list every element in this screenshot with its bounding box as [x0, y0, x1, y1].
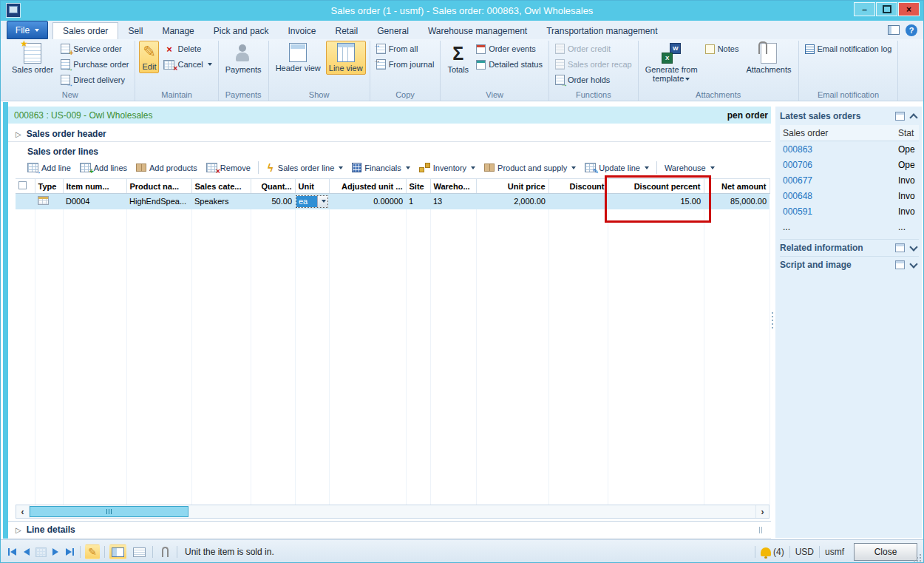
email-notification-log-button[interactable]: Email notification log: [803, 41, 894, 56]
chevron-up-icon[interactable]: [909, 113, 917, 121]
add-lines-button[interactable]: +Add lines: [75, 161, 132, 174]
row-sales-category[interactable]: Speakers: [191, 194, 251, 209]
sales-order-link[interactable]: 000677: [783, 175, 812, 186]
row-net-amount[interactable]: 85,000.00: [704, 194, 770, 209]
tab-sales-order[interactable]: Sales order: [52, 22, 118, 39]
warehouse-menu[interactable]: Warehouse: [660, 162, 719, 174]
col-net-amount[interactable]: Net amount: [704, 179, 770, 194]
row-discount[interactable]: [548, 194, 608, 209]
product-and-supply-menu[interactable]: Product and supply: [480, 162, 580, 174]
row-site[interactable]: 1: [406, 194, 430, 209]
col-discount[interactable]: Discount: [548, 179, 608, 194]
chevron-down-icon[interactable]: [909, 243, 917, 251]
attachments-button[interactable]: Attachments: [743, 41, 794, 76]
table-row[interactable]: D0004 HighEndSpea... Speakers 50.00 ea 0…: [16, 194, 770, 209]
last-record-button[interactable]: [64, 547, 75, 557]
unit-dropdown-button[interactable]: [317, 196, 327, 207]
select-all-cell[interactable]: [16, 179, 35, 194]
notes-button[interactable]: Notes: [703, 41, 741, 56]
line-view-button[interactable]: Line view: [326, 41, 366, 75]
delete-button[interactable]: ×Delete: [161, 41, 214, 56]
edit-button[interactable]: ✎ Edit: [139, 41, 159, 73]
maximize-button[interactable]: [876, 2, 897, 16]
grid-view-button[interactable]: [131, 545, 148, 559]
open-panel-window-icon[interactable]: [895, 260, 905, 269]
order-events-button[interactable]: Order events: [474, 41, 545, 56]
previous-record-button[interactable]: [22, 547, 31, 557]
sales-order-line-menu[interactable]: ϟSales order line: [262, 161, 347, 175]
col-unit[interactable]: Unit: [295, 179, 329, 194]
section-line-details[interactable]: ▷ Line details: [8, 521, 771, 539]
unit-combobox[interactable]: ea: [296, 195, 328, 208]
row-discount-percent[interactable]: 15.00: [608, 194, 704, 209]
purchase-order-button[interactable]: →Purchase order: [58, 57, 131, 72]
company-indicator[interactable]: usmf: [825, 547, 844, 557]
inventory-menu[interactable]: Inventory: [415, 161, 480, 174]
row-product-name[interactable]: HighEndSpea...: [126, 194, 191, 209]
close-button[interactable]: Close: [854, 543, 917, 561]
minimize-button[interactable]: –: [854, 2, 875, 16]
latest-sales-orders-header[interactable]: Latest sales orders: [780, 108, 919, 124]
first-record-button[interactable]: [7, 547, 18, 557]
col-discount-percent[interactable]: Discount percent: [608, 179, 704, 194]
next-record-button[interactable]: [51, 547, 60, 557]
scroll-left-button[interactable]: ‹: [16, 505, 30, 518]
edit-mode-button[interactable]: ✎: [85, 545, 100, 559]
tab-general[interactable]: General: [367, 22, 418, 39]
sales-order-link[interactable]: 000591: [783, 206, 812, 217]
sales-order-button[interactable]: ★ Sales order: [9, 41, 56, 76]
select-all-checkbox[interactable]: [18, 181, 27, 189]
resize-grip[interactable]: [912, 553, 921, 562]
tab-manage[interactable]: Manage: [152, 22, 203, 39]
form-view-button[interactable]: [109, 545, 126, 559]
detailed-status-button[interactable]: Detailed status: [474, 57, 545, 72]
tab-warehouse-management[interactable]: Warehouse management: [418, 22, 537, 39]
generate-from-template-button[interactable]: W X Generate fromtemplate: [642, 41, 701, 85]
row-unit-cell[interactable]: ea: [295, 194, 329, 209]
from-journal-button[interactable]: →From journal: [374, 57, 437, 72]
col-unit-price[interactable]: Unit price: [476, 179, 548, 194]
header-view-button[interactable]: Header view: [273, 41, 324, 75]
row-warehouse[interactable]: 13: [430, 194, 476, 209]
panel-splitter-handle[interactable]: [772, 312, 773, 328]
row-adjusted-unit[interactable]: 0.00000: [329, 194, 406, 209]
col-warehouse[interactable]: Wareho...: [430, 179, 476, 194]
col-adjusted-unit[interactable]: Adjusted unit ...: [329, 179, 406, 194]
expander-icon[interactable]: ▷: [16, 526, 21, 534]
col-sales-category[interactable]: Sales cate...: [191, 179, 251, 194]
add-line-button[interactable]: →Add line: [23, 161, 75, 174]
file-menu-button[interactable]: File: [7, 21, 48, 39]
script-and-image-header[interactable]: Script and image: [780, 256, 919, 273]
help-icon[interactable]: ?: [906, 24, 917, 36]
direct-delivery-button[interactable]: →Direct delivery: [58, 73, 131, 87]
section-sales-order-header[interactable]: ▷ Sales order header: [8, 127, 771, 142]
row-type-cell[interactable]: [35, 194, 63, 209]
add-products-button[interactable]: Add products: [132, 162, 202, 174]
cancel-button[interactable]: ×Cancel: [161, 57, 214, 72]
attachments-status-button[interactable]: [157, 545, 172, 559]
tab-pick-and-pack[interactable]: Pick and pack: [204, 22, 279, 39]
col-quantity[interactable]: Quant...: [251, 179, 295, 194]
related-information-header[interactable]: Related information: [780, 239, 919, 256]
col-site[interactable]: Site: [406, 179, 430, 194]
expander-icon[interactable]: ▷: [16, 130, 21, 138]
totals-button[interactable]: Σ Totals: [444, 41, 472, 76]
scroll-right-button[interactable]: ›: [755, 505, 769, 518]
scrollbar-thumb[interactable]: [30, 506, 188, 517]
open-panel-window-icon[interactable]: [895, 243, 905, 252]
notifications-button[interactable]: (4): [761, 547, 784, 557]
sales-order-link[interactable]: 000648: [783, 191, 812, 201]
tab-transportation-management[interactable]: Transportation management: [537, 22, 667, 39]
chevron-down-icon[interactable]: [909, 260, 917, 268]
col-type[interactable]: Type: [35, 179, 63, 194]
row-quantity[interactable]: 50.00: [251, 194, 295, 209]
window-layout-icon[interactable]: [888, 25, 900, 35]
from-all-button[interactable]: →From all: [374, 41, 437, 56]
service-order-button[interactable]: +Service order: [58, 41, 131, 56]
remove-button[interactable]: ×Remove: [202, 161, 255, 174]
tab-invoice[interactable]: Invoice: [278, 22, 325, 39]
sales-order-link[interactable]: 000706: [783, 160, 812, 170]
financials-menu[interactable]: Financials: [347, 161, 415, 174]
update-line-menu[interactable]: ✎Update line: [580, 161, 653, 174]
order-holds-button[interactable]: →Order holds: [553, 73, 634, 87]
